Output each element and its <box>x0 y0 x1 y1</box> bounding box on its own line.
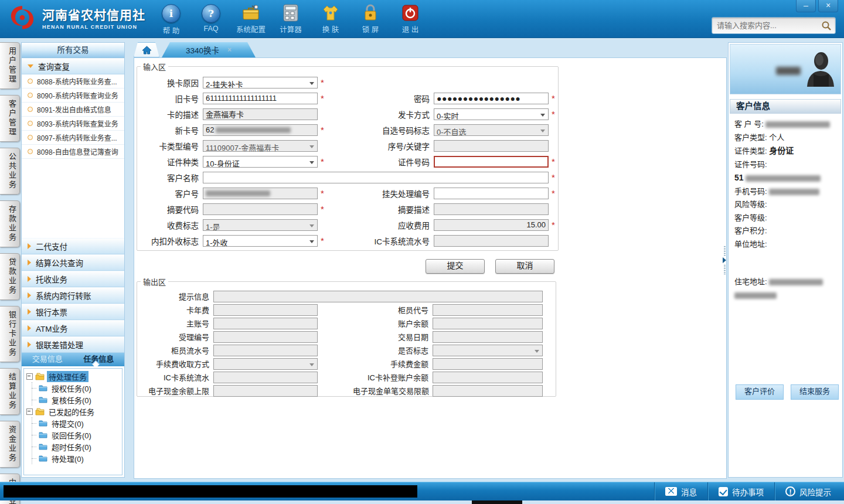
panel-collapse-handle[interactable] <box>722 246 727 277</box>
search-input[interactable] <box>716 21 821 30</box>
section-query-reply[interactable]: 查询查复 <box>22 58 124 74</box>
rail-tab-fund-biz[interactable]: 资金业务 <box>0 421 20 468</box>
tab-content: 输入区 换卡原因 2-挂失补卡 * 旧卡号 * 密码 * 卡的描述 <box>134 57 727 479</box>
folder-icon <box>39 431 47 438</box>
fee-amount-field <box>433 358 543 370</box>
todo-items-button[interactable]: 待办事项 <box>707 482 774 500</box>
section-second-gen-pay[interactable]: 二代支付 <box>22 238 124 254</box>
collapse-icon[interactable] <box>26 408 33 415</box>
rail-tab-public-biz[interactable]: 公共业务 <box>0 148 20 195</box>
chevron-down-icon <box>309 363 314 366</box>
folder-icon <box>39 420 47 427</box>
help-button[interactable]: i 帮 助 <box>151 4 191 36</box>
home-address-row-2 <box>734 289 839 302</box>
tab-trade-info[interactable]: 交易信息 <box>22 353 73 366</box>
main-area: 3340换卡 × 输入区 换卡原因 2-挂失补卡 * 旧卡号 * 密码 * <box>134 42 727 479</box>
field-label: 密码 <box>327 93 434 104</box>
customer-name-input[interactable] <box>203 172 549 183</box>
logo-title: 河南省农村信用社 <box>42 5 145 23</box>
rail-tab-user-mgmt[interactable]: 用户管理 <box>0 42 20 89</box>
card-annual-fee-field <box>213 304 318 316</box>
field-label: 序号/关键字 <box>327 140 434 152</box>
sidebar-item-8091[interactable]: 8091-发出自由格式信息 <box>22 103 124 117</box>
ecash-single-limit-field <box>433 385 543 397</box>
sidebar-item-8090[interactable]: 8090-系统内转账查询业务 <box>22 88 124 103</box>
tree-node-pending-root[interactable]: 待处理任务 <box>26 370 122 382</box>
card-description-input <box>203 108 318 120</box>
tab-3340-card-change[interactable]: 3340换卡 × <box>162 42 256 57</box>
end-service-button[interactable]: 结束服务 <box>791 384 839 400</box>
submit-button[interactable]: 提交 <box>426 259 485 274</box>
exit-button[interactable]: 退 出 <box>390 4 430 36</box>
tree-node-todo[interactable]: 待处理(0) <box>32 452 122 464</box>
section-atm-biz[interactable]: ATM业务 <box>22 320 124 336</box>
search-icon[interactable] <box>821 21 832 31</box>
issue-mode-select[interactable]: 0-实时 <box>434 108 549 120</box>
sidebar-item-8098[interactable]: 8098-自由信息登记簿查询 <box>22 145 124 159</box>
close-button[interactable]: × <box>818 0 838 12</box>
required-mark: * <box>318 238 327 244</box>
section-settlement-query[interactable]: 结算公共查询 <box>22 254 124 271</box>
cancel-button[interactable]: 取消 <box>495 259 554 274</box>
rail-tab-settlement-biz[interactable]: 结算业务 <box>0 368 20 415</box>
messages-button[interactable]: 消息 <box>654 482 707 500</box>
password-input[interactable] <box>434 93 549 104</box>
sidebar-item-8097[interactable]: 8097-系统内转账业务查... <box>22 131 124 145</box>
redacted-value <box>765 121 830 128</box>
tab-close-icon[interactable]: × <box>227 46 232 54</box>
change-skin-button[interactable]: 换 肤 <box>311 4 350 36</box>
chevron-down-icon <box>540 130 545 132</box>
lock-screen-button[interactable]: 锁 屏 <box>350 4 390 36</box>
deduct-flag-select[interactable]: 1-外收 <box>203 235 318 247</box>
tree-node-rejected[interactable]: 驳回任务(0) <box>32 429 122 441</box>
header-toolbar: i 帮 助 ? FAQ 系统配置 <box>151 4 430 36</box>
field-label: 手续费金额 <box>353 358 433 369</box>
search-box <box>712 17 836 34</box>
old-card-number-input[interactable] <box>203 93 318 104</box>
section-unionpay-error[interactable]: 银联差错处理 <box>22 336 124 353</box>
tree-node-timeout[interactable]: 超时任务(0) <box>32 441 122 452</box>
triangle-right-icon <box>28 342 31 348</box>
rail-tab-loan-biz[interactable]: 贷款业务 <box>0 253 20 300</box>
rail-tab-bankcard-biz[interactable]: 银行卡业务 <box>0 306 20 362</box>
field-label: 证件号码 <box>327 156 434 168</box>
tree-node-to-submit[interactable]: 待提交(0) <box>32 417 122 429</box>
transaction-sidebar: 所有交易 查询查复 8088-系统内转账业务查... 8090-系统内转账查询业… <box>21 42 125 478</box>
rail-tab-deposit-biz[interactable]: 存款业务 <box>0 200 20 247</box>
taskbar-notch <box>472 500 522 504</box>
field-label: IC卡补登账户余额 <box>353 372 433 383</box>
calculator-button[interactable]: 计算器 <box>271 4 311 36</box>
section-collection-biz[interactable]: 托收业务 <box>22 271 124 287</box>
section-interbank-transfer[interactable]: 系统内跨行转账 <box>22 287 124 304</box>
id-type-select[interactable]: 10-身份证 <box>203 156 318 168</box>
triangle-down-icon <box>28 64 33 68</box>
folder-icon <box>39 396 47 403</box>
ic-supplementary-balance-field <box>433 372 543 383</box>
tree-node-review-tasks[interactable]: 复核任务(0) <box>32 394 122 406</box>
id-number-value-row: 51 <box>734 171 839 185</box>
faq-button[interactable]: ? FAQ <box>191 4 231 36</box>
folder-icon <box>39 384 47 391</box>
system-config-button[interactable]: 系统配置 <box>231 4 271 36</box>
folder-icon <box>35 373 45 380</box>
field-label: 摘要描述 <box>327 203 434 215</box>
yes-no-flag-select <box>433 345 543 356</box>
customer-evaluate-button[interactable]: 客户评价 <box>736 384 784 400</box>
collapse-icon[interactable] <box>26 373 33 380</box>
loss-report-number-input[interactable] <box>434 188 549 199</box>
sidebar-item-8093[interactable]: 8093-系统内转账查复业务 <box>22 117 124 131</box>
sidebar-item-8088[interactable]: 8088-系统内转账业务查... <box>22 74 124 88</box>
card-change-reason-select[interactable]: 2-挂失补卡 <box>203 77 318 88</box>
tree-node-initiated-root[interactable]: 已发起的任务 <box>26 406 122 417</box>
home-tab[interactable] <box>134 42 159 57</box>
id-number-input[interactable] <box>434 156 549 168</box>
tab-task-info[interactable]: 任务信息 <box>73 353 125 366</box>
tree-node-auth-tasks[interactable]: 授权任务(0) <box>32 382 122 394</box>
risk-alert-button[interactable]: ! 风险提示 <box>774 482 842 500</box>
customer-level-row: 客户等级: <box>734 212 839 225</box>
self-select-flag-select: 0-不自选 <box>434 124 549 136</box>
rail-tab-customer-mgmt[interactable]: 客户管理 <box>0 95 20 142</box>
minimize-button[interactable]: – <box>796 0 816 12</box>
section-bank-draft[interactable]: 银行本票 <box>22 304 124 320</box>
status-bar: 消息 待办事项 ! 风险提示 <box>0 482 844 500</box>
